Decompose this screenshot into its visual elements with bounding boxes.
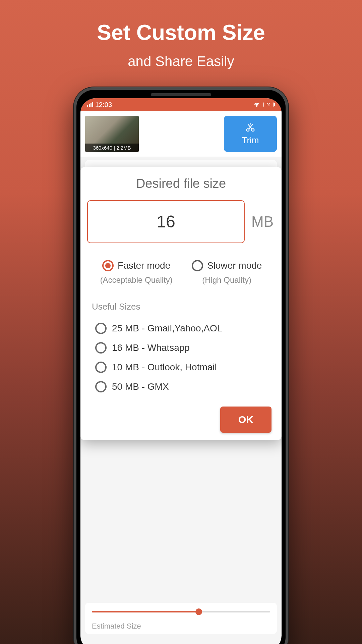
file-size-input[interactable]: 16 [87, 200, 245, 243]
quality-slider-card: Estimated Size [85, 603, 277, 634]
radio-selected-icon [102, 260, 114, 271]
phone-frame: 12:03 99 360x640 | 2.2MB [74, 87, 288, 644]
radio-unselected-icon [95, 342, 107, 354]
radio-unselected-icon [192, 260, 203, 271]
trim-button[interactable]: Trim [224, 116, 277, 152]
scissors-icon [245, 122, 255, 132]
mode-faster-sub: (Acceptable Quality) [100, 275, 173, 285]
wifi-icon [253, 102, 260, 107]
estimated-size-label: Estimated Size [92, 622, 270, 631]
radio-unselected-icon [95, 362, 107, 373]
ok-button[interactable]: OK [220, 407, 272, 433]
size-option-25mb[interactable]: 25 MB - Gmail,Yahoo,AOL [87, 319, 275, 338]
useful-sizes-label: Useful Sizes [92, 302, 275, 312]
phone-screen: 12:03 99 360x640 | 2.2MB [80, 98, 282, 644]
app-header: 360x640 | 2.2MB Trim [80, 111, 282, 157]
mode-slower-label: Slower mode [207, 260, 262, 271]
radio-unselected-icon [95, 381, 107, 392]
size-option-label: 10 MB - Outlook, Hotmail [112, 362, 217, 373]
quality-slider[interactable] [92, 611, 270, 612]
mode-options: Faster mode (Acceptable Quality) Slower … [87, 260, 275, 285]
size-option-label: 16 MB - Whatsapp [112, 342, 190, 353]
dialog-title: Desired file size [87, 176, 275, 191]
file-size-value: 16 [157, 212, 175, 231]
status-right: 99 [253, 102, 275, 107]
size-input-row: 16 MB [87, 200, 275, 243]
status-left: 12:03 [87, 101, 112, 109]
file-size-dialog: Desired file size 16 MB Faster mode (Acc… [80, 167, 282, 440]
size-option-10mb[interactable]: 10 MB - Outlook, Hotmail [87, 358, 275, 377]
status-time: 12:03 [95, 101, 112, 109]
file-size-unit: MB [251, 213, 275, 230]
size-option-label: 50 MB - GMX [112, 381, 169, 392]
mode-slower-sub: (High Quality) [192, 275, 262, 285]
promo-title: Set Custom Size [0, 20, 362, 45]
phone-notch [151, 93, 211, 96]
signal-icon [87, 102, 93, 107]
battery-level: 99 [266, 103, 270, 107]
mode-faster-label: Faster mode [118, 260, 170, 271]
status-bar: 12:03 99 [80, 98, 282, 111]
size-option-50mb[interactable]: 50 MB - GMX [87, 377, 275, 396]
size-option-16mb[interactable]: 16 MB - Whatsapp [87, 338, 275, 358]
mode-slower[interactable]: Slower mode (High Quality) [192, 260, 262, 285]
size-option-label: 25 MB - Gmail,Yahoo,AOL [112, 323, 222, 334]
mode-faster[interactable]: Faster mode (Acceptable Quality) [100, 260, 173, 285]
promo-subtitle: and Share Easily [0, 53, 362, 69]
video-thumbnail[interactable]: 360x640 | 2.2MB [85, 116, 139, 152]
trim-label: Trim [242, 135, 259, 146]
slider-thumb[interactable] [195, 608, 202, 615]
thumbnail-info: 360x640 | 2.2MB [85, 144, 139, 152]
radio-unselected-icon [95, 323, 107, 334]
battery-icon: 99 [263, 102, 275, 107]
